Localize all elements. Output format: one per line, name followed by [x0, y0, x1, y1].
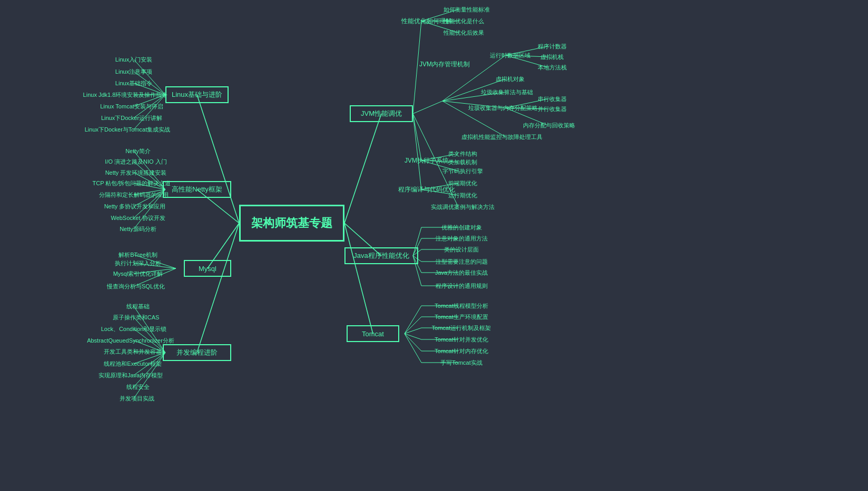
linux-child-1: Linux入门安装	[115, 56, 152, 64]
jvm-subg-3: 垃圾收集算法与基础	[481, 88, 533, 96]
java-perf-node: Java程序性能优化	[344, 247, 418, 264]
linux-child-3: Linux基础指令	[115, 79, 152, 87]
jp-c2: 注意对象的通用方法	[436, 235, 488, 243]
netty-node: 高性能Netty框架	[163, 181, 231, 198]
tc-c5: Tomcat针对内存优化	[435, 347, 488, 355]
netty-child-1: Netty简介	[125, 147, 151, 155]
mysql-child-3: Mysql索引优化详解	[113, 270, 163, 278]
mysql-child-2: 执行计划深入分析	[115, 259, 161, 267]
linux-label: Linux基础与进阶	[172, 90, 222, 99]
jvm-label: JVM性能调优	[361, 109, 402, 118]
mind-map: 架构师筑基专题 Linux基础与进阶 Linux入门安装 Linux注意事项 L…	[0, 0, 868, 491]
jvm-subg-5: 虚拟机性能监控与故障处理工具	[461, 133, 542, 141]
netty-child-5: 分隔符和定长解码器的应用	[99, 191, 169, 199]
jvm-g3-c3: 字节码执行引擎	[442, 167, 483, 175]
linux-child-6: Linux下Docker运行讲解	[101, 114, 162, 122]
linux-node: Linux基础与进阶	[165, 86, 229, 103]
jvm-group-5: 实战调优案例与解决方法	[431, 203, 495, 211]
netty-child-3: Netty 开发环境搭建安装	[105, 169, 167, 177]
jvm-group-2: JVM内存管理机制	[419, 60, 470, 69]
tomcat-node: Tomcat	[347, 325, 399, 342]
conc-child-7: 实现原理和Java内存模型	[98, 372, 163, 379]
mysql-child-1: 解析BTree机制	[119, 251, 157, 259]
jvm-g1-c2: 性能优化是什么	[443, 17, 484, 25]
jp-c1: 优雅的创建对象	[441, 224, 482, 232]
jvm-sub4-c3: 内存分配与回收策略	[523, 122, 575, 129]
mysql-node: Mysql	[184, 260, 231, 277]
jp-c6: 程序设计的通用规则	[436, 282, 488, 290]
jvm-g1-c3: 性能优化后效果	[443, 29, 484, 37]
concurrent-node: 并发编程进阶	[163, 344, 231, 361]
jvm-sub1-c3: 本地方法栈	[538, 64, 567, 72]
jvm-g4-c2: 运行期优化	[448, 192, 477, 199]
jvm-group-4: 程序编译与代码优化	[398, 185, 455, 194]
linux-child-5: Linux Tomcat安装与停启	[100, 103, 163, 111]
jvm-g1-c1: 如何衡量性能标准	[443, 6, 490, 14]
jvm-subg-4: 垃圾收集器与内存分配策略	[468, 104, 538, 112]
tc-c1: Tomcat线程模型分析	[435, 302, 488, 310]
conc-child-6: 线程池和Executor框架	[104, 360, 161, 368]
tc-c6: 手写Tomcat实战	[440, 359, 482, 367]
concurrent-label: 并发编程进阶	[176, 348, 218, 357]
jvm-sub4-c1: 串行收集器	[538, 95, 567, 103]
conc-child-4: AbstractQueuedSynchronizer分析	[87, 337, 174, 345]
conc-child-3: Lock、Condition和显示锁	[101, 325, 167, 333]
jvm-group-3: JVM执行子系统	[405, 156, 449, 165]
mysql-label: Mysql	[199, 265, 216, 273]
jvm-node: JVM性能调优	[350, 105, 413, 122]
linux-child-7: Linux下Docker与Tomcat集成实战	[85, 126, 171, 134]
jp-c4: 注型需要注意的问题	[436, 258, 488, 266]
center-node: 架构师筑基专题	[239, 205, 344, 242]
tomcat-label: Tomcat	[362, 330, 384, 338]
jvm-sub1-c2: 虚拟机栈	[540, 53, 564, 61]
jvm-sub1-c1: 程序计数器	[538, 43, 567, 51]
jp-c5: Java方法的最佳实战	[435, 269, 488, 277]
center-label: 架构师筑基专题	[251, 215, 332, 231]
tc-c2: Tomcat生产环境配置	[435, 313, 488, 321]
netty-child-2: I/O 演进之路及NIO 入门	[105, 158, 166, 166]
jvm-g3-c2: 类加载机制	[448, 158, 477, 166]
conc-child-8: 线程安全	[126, 383, 150, 391]
conc-child-5: 开发工具类和并发容器	[104, 348, 162, 356]
conc-child-1: 线程基础	[126, 303, 150, 310]
jvm-sub4-c2: 并行收集器	[538, 105, 567, 113]
linux-child-2: Linux注意事项	[115, 68, 152, 76]
jp-c3: 类的设计层面	[444, 246, 479, 254]
linux-child-4: Linux Jdk1.8环境安装及操作指令	[83, 91, 168, 99]
netty-child-7: WebSocket 协议开发	[111, 214, 165, 222]
jvm-g3-c1: 类文件结构	[448, 150, 477, 158]
netty-label: 高性能Netty框架	[172, 185, 222, 194]
java-perf-label: Java程序性能优化	[353, 251, 409, 260]
jvm-subg-1: 运行时数据区域	[490, 52, 530, 59]
jvm-g4-c1: 前端期优化	[448, 179, 477, 187]
netty-child-6: Netty 多协议开发和应用	[104, 203, 166, 211]
conc-child-9: 并发项目实战	[120, 395, 154, 403]
tc-c4: Tomcat针对并发优化	[435, 336, 488, 344]
mysql-child-4: 慢查询分析与SQL优化	[107, 283, 165, 290]
netty-child-8: Netty源码分析	[120, 225, 156, 233]
netty-child-4: TCP 粘包/拆包问题的解决之道	[93, 179, 171, 187]
jvm-subg-2: 虚拟机对象	[496, 75, 525, 83]
tc-c3: Tomcat运行机制及框架	[432, 324, 491, 332]
conc-child-2: 原子操作类和CAS	[113, 314, 160, 322]
